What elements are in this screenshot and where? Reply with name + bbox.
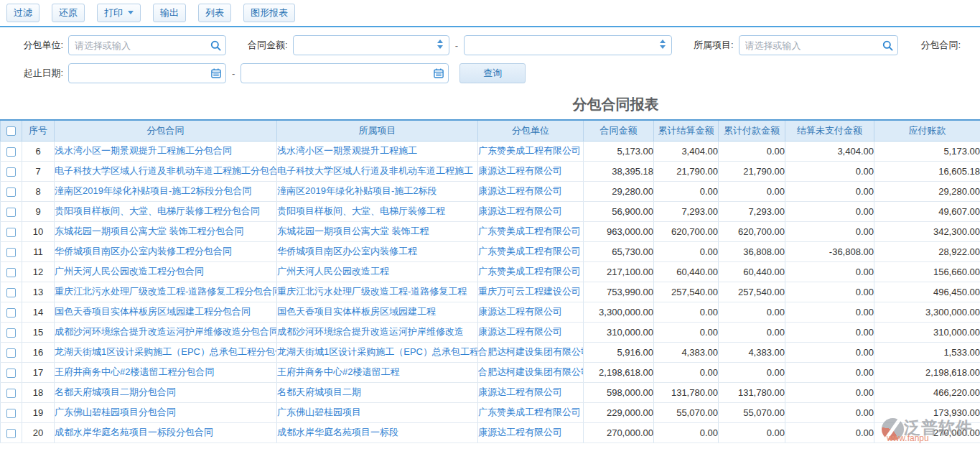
unpaid-amount-cell: 0.00 [785,402,874,422]
contract-link[interactable]: 浅水湾小区一期景观提升工程施工分包合同 [55,141,277,161]
contract-link[interactable]: 重庆江北污水处理厂级改造工程-道路修复工程分包合同 [55,282,277,302]
unit-link[interactable]: 合肥达柯建设集团有限公司 [478,342,584,362]
project-link[interactable]: 广东佛山碧桂园项目 [277,402,478,422]
project-link[interactable]: 贵阳项目样板间、大堂、电梯厅装修工程 [277,201,478,221]
unit-link[interactable]: 康源达工程有限公司 [478,181,584,201]
row-checkbox[interactable] [6,328,16,338]
project-link[interactable]: 潼南区2019年绿化补贴项目-施工2标段 [277,181,478,201]
unit-link[interactable]: 康源达工程有限公司 [478,302,584,322]
contract-amount-cell: 963,000.00 [584,221,654,241]
graph-report-button[interactable]: 图形报表 [243,4,295,22]
restore-button[interactable]: 还原 [52,4,85,22]
spinner-down-icon[interactable] [437,45,443,49]
project-link[interactable]: 名都天府城项目二期 [277,382,478,402]
spinner-icons[interactable] [660,40,666,49]
export-button[interactable]: 输出 [153,4,186,22]
search-icon[interactable] [882,40,893,54]
filter-row-1: 分包单位: 合同金额: - 所属项目: 分包合同: [0,35,980,55]
unit-link[interactable]: 康源达工程有限公司 [478,382,584,402]
project-link[interactable]: 王府井商务中心#2楼遗留工程 [277,362,478,382]
payable-cell: 5,173.00 [874,141,980,161]
contract-link[interactable]: 国色天香项目实体样板房区域园建工程分包合同 [55,302,277,322]
row-checkbox[interactable] [6,389,16,398]
row-checkbox[interactable] [6,147,16,157]
project-link[interactable]: 龙湖天街城1区设计采购施工（EPC）总承包工程 [277,342,478,362]
contract-link[interactable]: 成都沙河环境综合提升改造运河护岸维修改造分包合同 [55,322,277,342]
settled-amount-cell: 7,293.00 [654,201,719,221]
amount-from-input[interactable] [293,35,449,55]
list-view-button[interactable]: 列表 [198,4,231,22]
project-link[interactable]: 国色天香项目实体样板房区域园建工程 [277,302,478,322]
row-checkbox[interactable] [6,208,16,217]
unit-link[interactable]: 康源达工程有限公司 [478,322,584,342]
page-title: 分包合同报表 [573,95,659,114]
unit-link[interactable]: 广东赞美成工程有限公司 [478,221,584,241]
date-to-input[interactable] [241,63,449,83]
contract-link[interactable]: 广东佛山碧桂园项目分包合同 [55,402,277,422]
search-icon[interactable] [210,40,221,54]
date-from-input[interactable] [68,63,226,83]
unit-link[interactable]: 广东赞美成工程有限公司 [478,241,584,261]
col-header-contract: 分包合同 [55,120,277,141]
row-checkbox[interactable] [6,429,16,438]
contract-link[interactable]: 名都天府城项目二期分包合同 [55,382,277,402]
row-checkbox[interactable] [6,409,16,418]
project-link[interactable]: 浅水湾小区一期景观提升工程施工 [277,141,478,161]
contract-link[interactable]: 王府井商务中心#2楼遗留工程分包合同 [55,362,277,382]
row-checkbox[interactable] [6,248,16,257]
project-link[interactable]: 重庆江北污水处理厂级改造工程-道路修复工程 [277,282,478,302]
unit-link[interactable]: 康源达工程有限公司 [478,161,584,181]
filter-button[interactable]: 过滤 [6,4,39,22]
row-checkbox[interactable] [6,308,16,318]
contract-link[interactable]: 贵阳项目样板间、大堂、电梯厅装修工程分包合同 [55,201,277,221]
spinner-icons[interactable] [437,40,443,49]
contract-amount-cell: 270,000.00 [584,422,654,443]
select-all-checkbox[interactable] [6,126,16,136]
unpaid-amount-cell: 0.00 [785,282,874,302]
project-link[interactable]: 东城花园一期项目公寓大堂 装饰工程 [277,221,478,241]
contract-link[interactable]: 龙湖天街城1区设计采购施工（EPC）总承包工程分包合同 [55,342,277,362]
calendar-icon[interactable] [211,68,221,81]
project-link[interactable]: 广州天河人民公园改造工程 [277,261,478,282]
unit-link[interactable]: 合肥达柯建设集团有限公司 [478,362,584,382]
contract-link[interactable]: 成都水岸华庭名苑项目一标段分包合同 [55,422,277,443]
unit-link[interactable]: 广东赞美成工程有限公司 [478,402,584,422]
print-button[interactable]: 打印 [97,4,141,22]
select-all-cell [1,120,22,141]
row-checkbox[interactable] [6,167,16,177]
subcontract-unit-input[interactable] [68,35,226,55]
project-link[interactable]: 成都沙河环境综合提升改造运河护岸维修改造 [277,322,478,342]
paid-amount-cell: 7,293.00 [719,201,785,221]
payable-cell: 466,220.00 [874,382,980,402]
row-checkbox[interactable] [6,348,16,358]
unit-link[interactable]: 广东赞美成工程有限公司 [478,141,584,161]
unpaid-amount-cell: -36,808.00 [785,241,874,261]
contract-link[interactable]: 广州天河人民公园改造工程分包合同 [55,261,277,282]
unit-link[interactable]: 重庆万可云工程建设公司 [478,282,584,302]
unit-link[interactable]: 康源达工程有限公司 [478,422,584,443]
project-link[interactable]: 华侨城项目南区办公室内装修工程 [277,241,478,261]
spinner-down-icon[interactable] [660,45,666,49]
row-checkbox[interactable] [6,268,16,277]
row-checkbox[interactable] [6,369,16,378]
unpaid-amount-cell: 0.00 [785,362,874,382]
search-button[interactable]: 查询 [459,63,526,83]
spinner-up-icon[interactable] [660,40,666,43]
project-link[interactable]: 电子科技大学区域人行道及非机动车道工程施工 [277,161,478,181]
row-checkbox[interactable] [6,228,16,237]
amount-to-input[interactable] [464,35,672,55]
unit-link[interactable]: 康源达工程有限公司 [478,201,584,221]
unit-link[interactable]: 广东赞美成工程有限公司 [478,261,584,282]
seq-cell: 18 [22,382,55,402]
contract-link[interactable]: 东城花园一期项目公寓大堂 装饰工程分包合同 [55,221,277,241]
contract-link[interactable]: 华侨城项目南区办公室内装修工程分包合同 [55,241,277,261]
project-link[interactable]: 成都水岸华庭名苑项目一标段 [277,422,478,443]
calendar-icon[interactable] [434,68,444,81]
row-checkbox[interactable] [6,187,16,197]
project-input[interactable] [739,35,898,55]
row-checkbox[interactable] [6,288,16,297]
payable-cell: 310,000.00 [874,322,980,342]
contract-link[interactable]: 电子科技大学区域人行道及非机动车道工程施工分包合同 [55,161,277,181]
contract-link[interactable]: 潼南区2019年绿化补贴项目-施工2标段分包合同 [55,181,277,201]
spinner-up-icon[interactable] [437,40,443,43]
